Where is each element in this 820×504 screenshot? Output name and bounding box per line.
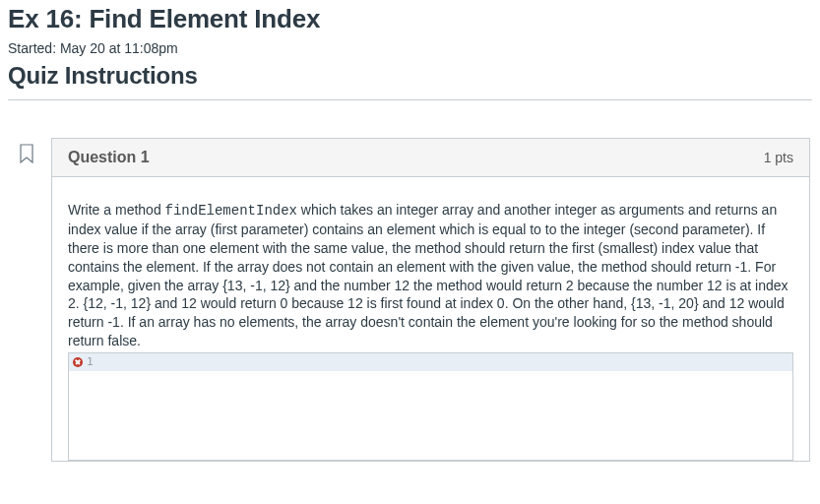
error-icon: [73, 357, 83, 367]
page-title: Ex 16: Find Element Index: [8, 4, 812, 34]
question-prompt: Write a method findElementIndex which ta…: [68, 201, 793, 350]
editor-active-line[interactable]: [102, 353, 792, 370]
editor-gutter: 1: [69, 353, 102, 371]
code-editor[interactable]: 1: [68, 352, 793, 461]
question-number: Question 1: [68, 149, 150, 166]
question-body: Write a method findElementIndex which ta…: [52, 177, 809, 461]
prompt-text-before: Write a method: [68, 202, 165, 218]
question-container: Question 1 1 pts Write a method findElem…: [8, 138, 812, 462]
question-points: 1 pts: [764, 150, 793, 165]
prompt-text-after: which takes an integer array and another…: [68, 202, 788, 348]
question-header: Question 1 1 pts: [52, 139, 809, 177]
started-timestamp: Started: May 20 at 11:08pm: [8, 40, 812, 56]
line-number: 1: [87, 355, 94, 368]
instructions-heading: Quiz Instructions: [8, 62, 812, 90]
divider: [8, 99, 812, 100]
flag-column: [8, 138, 51, 163]
bookmark-icon[interactable]: [18, 144, 51, 163]
prompt-code: findElementIndex: [165, 203, 297, 219]
editor-line[interactable]: 1: [69, 353, 792, 371]
question-box: Question 1 1 pts Write a method findElem…: [51, 138, 810, 462]
